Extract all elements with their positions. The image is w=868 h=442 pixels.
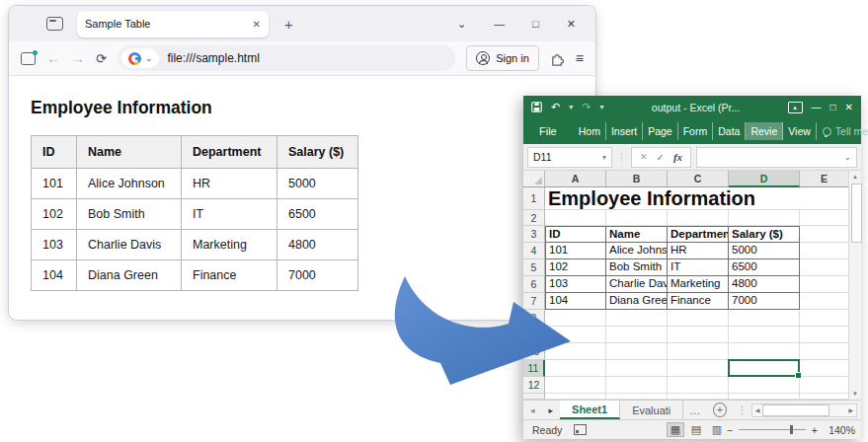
scroll-left-icon[interactable]: ◀ bbox=[752, 406, 763, 413]
cell[interactable] bbox=[606, 377, 668, 394]
firefox-view-icon[interactable] bbox=[46, 17, 63, 31]
cell[interactable] bbox=[800, 343, 848, 360]
scroll-up-icon[interactable]: ▲ bbox=[849, 171, 861, 183]
reload-icon[interactable]: ⟳ bbox=[96, 51, 107, 66]
row-header[interactable]: 3 bbox=[523, 226, 545, 243]
cell-b5[interactable]: Bob Smith bbox=[606, 259, 668, 276]
name-box-dropdown-icon[interactable]: ▾ bbox=[602, 153, 606, 162]
url-text[interactable]: file:///sample.html bbox=[167, 51, 259, 65]
search-engine-chip[interactable]: ⌄ bbox=[121, 48, 160, 68]
cell[interactable] bbox=[668, 377, 729, 394]
cell[interactable] bbox=[606, 310, 668, 327]
excel-minimize-icon[interactable]: — bbox=[812, 102, 822, 112]
cell-a1[interactable]: Employee Information bbox=[545, 187, 606, 210]
cell-d5[interactable]: 6500 bbox=[729, 259, 800, 276]
cell-d4[interactable]: 5000 bbox=[729, 243, 800, 259]
formula-input[interactable]: ⌄ bbox=[696, 147, 857, 168]
cell-b4[interactable]: Alice Johnson bbox=[606, 243, 668, 259]
cell-c4[interactable]: HR bbox=[668, 243, 729, 259]
sheet-nav-right-icon[interactable]: ▸ bbox=[542, 405, 561, 415]
new-tab-button[interactable]: + bbox=[284, 16, 293, 33]
cancel-icon[interactable]: ✕ bbox=[640, 152, 648, 162]
cell-b7[interactable]: Diana Green bbox=[606, 293, 668, 310]
insert-function-icon[interactable]: fx bbox=[673, 151, 682, 163]
cell[interactable] bbox=[668, 327, 729, 343]
zoom-in-icon[interactable]: + bbox=[812, 424, 818, 436]
excel-maximize-icon[interactable]: □ bbox=[830, 102, 836, 112]
ribbon-tab-file[interactable]: File bbox=[530, 125, 566, 137]
cell[interactable] bbox=[606, 327, 668, 343]
select-all-corner[interactable] bbox=[523, 171, 545, 187]
zoom-out-icon[interactable]: − bbox=[727, 424, 733, 436]
selected-cell-d11[interactable] bbox=[729, 360, 800, 377]
cell[interactable] bbox=[606, 360, 668, 377]
sheet-nav-left-icon[interactable]: ◂ bbox=[523, 405, 542, 415]
ribbon-tab-view[interactable]: View bbox=[783, 122, 817, 140]
cell[interactable] bbox=[800, 187, 848, 210]
menu-icon[interactable]: ≡ bbox=[576, 50, 584, 66]
enter-icon[interactable]: ✓ bbox=[657, 152, 665, 163]
cell[interactable] bbox=[668, 310, 729, 327]
browser-tab[interactable]: Sample Table ✕ bbox=[77, 11, 269, 37]
import-window-icon[interactable] bbox=[21, 52, 36, 65]
cell-a4[interactable]: 101 bbox=[545, 243, 606, 259]
view-page-layout-icon[interactable]: ▤ bbox=[687, 422, 705, 437]
zoom-slider[interactable] bbox=[739, 429, 806, 430]
horizontal-scrollbar[interactable]: ◀ ▶ bbox=[751, 404, 857, 417]
cell[interactable] bbox=[800, 360, 848, 377]
undo-dropdown-icon[interactable]: ▾ bbox=[569, 103, 573, 111]
back-icon[interactable]: ← bbox=[46, 50, 60, 66]
cell-a3[interactable]: ID bbox=[545, 226, 606, 243]
ribbon-display-options-icon[interactable]: ▴ bbox=[788, 102, 803, 113]
cell-b6[interactable]: Charlie Davis bbox=[606, 276, 668, 293]
cell[interactable] bbox=[800, 327, 848, 343]
excel-close-icon[interactable]: ✕ bbox=[845, 102, 853, 112]
macro-record-icon[interactable] bbox=[574, 424, 587, 435]
cell[interactable] bbox=[800, 210, 848, 226]
cell[interactable] bbox=[800, 377, 848, 394]
close-icon[interactable]: ✕ bbox=[567, 18, 576, 31]
cell[interactable] bbox=[729, 310, 800, 327]
cell[interactable] bbox=[606, 210, 668, 226]
maximize-icon[interactable]: □ bbox=[532, 18, 539, 30]
ribbon-tab-insert[interactable]: Insert bbox=[606, 122, 643, 140]
cell[interactable] bbox=[800, 259, 848, 276]
cell-d6[interactable]: 4800 bbox=[729, 276, 800, 293]
cell-c6[interactable]: Marketing bbox=[668, 276, 729, 293]
cell-c3[interactable]: Department bbox=[668, 226, 729, 243]
row-header[interactable]: 1 bbox=[523, 187, 545, 210]
tab-close-icon[interactable]: ✕ bbox=[253, 19, 261, 30]
signin-button[interactable]: Sign in bbox=[466, 45, 539, 71]
zoom-slider-thumb[interactable] bbox=[790, 425, 793, 434]
undo-icon[interactable]: ↶ bbox=[551, 101, 560, 113]
save-icon[interactable] bbox=[531, 102, 542, 112]
column-header-a[interactable]: A bbox=[545, 171, 606, 187]
fill-handle[interactable] bbox=[795, 372, 802, 379]
cell[interactable] bbox=[729, 377, 800, 394]
cell[interactable] bbox=[729, 343, 800, 360]
sheet-tabs-overflow[interactable]: … bbox=[683, 405, 706, 416]
cell[interactable] bbox=[800, 293, 848, 310]
ribbon-tab-review[interactable]: Revie bbox=[746, 122, 783, 140]
scroll-right-icon[interactable]: ▶ bbox=[845, 406, 856, 413]
cell[interactable] bbox=[545, 210, 606, 226]
cell[interactable] bbox=[729, 327, 800, 343]
row-header[interactable]: 2 bbox=[523, 210, 545, 226]
cell[interactable] bbox=[800, 276, 848, 293]
name-box[interactable]: D11 ▾ bbox=[527, 147, 612, 168]
ribbon-tab-home[interactable]: Hom bbox=[574, 122, 606, 140]
cell-c5[interactable]: IT bbox=[668, 259, 729, 276]
url-bar[interactable]: ⌄ file:///sample.html bbox=[118, 45, 455, 71]
tab-list-chevron-icon[interactable]: ⌄ bbox=[457, 18, 466, 31]
tell-me-box[interactable]: Tell me... bbox=[823, 125, 868, 137]
cell[interactable] bbox=[800, 243, 848, 259]
cell[interactable] bbox=[800, 310, 848, 327]
vertical-scroll-thumb[interactable] bbox=[851, 184, 862, 243]
qat-customize-icon[interactable]: ▾ bbox=[599, 103, 603, 111]
cell[interactable] bbox=[800, 226, 848, 243]
row-header[interactable]: 4 bbox=[523, 243, 545, 259]
cell-c7[interactable]: Finance bbox=[668, 293, 729, 310]
cell-b3[interactable]: Name bbox=[606, 226, 668, 243]
forward-icon[interactable]: → bbox=[71, 50, 85, 66]
column-header-c[interactable]: C bbox=[668, 171, 729, 187]
